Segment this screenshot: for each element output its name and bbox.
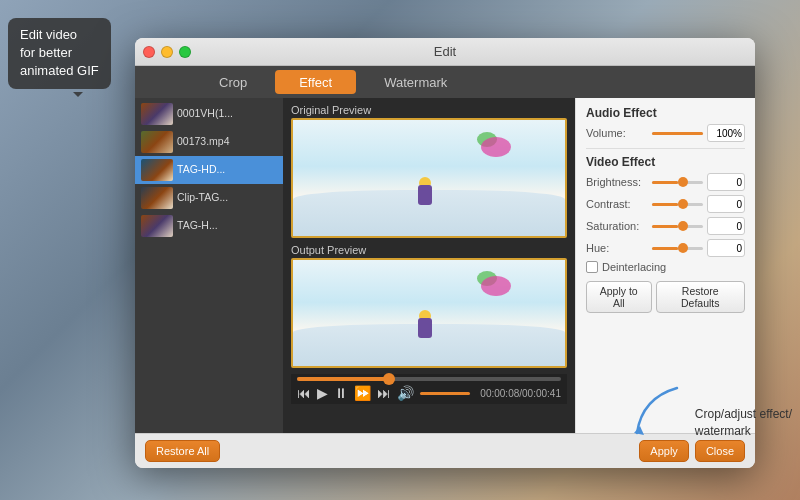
leaves-pink	[481, 137, 511, 157]
output-video-scene	[293, 260, 565, 366]
tooltip-line1: Edit video	[20, 27, 77, 42]
brightness-label: Brightness:	[586, 176, 648, 188]
tab-watermark[interactable]: Watermark	[360, 70, 471, 94]
preview-area: Original Preview Output Preview	[283, 98, 575, 433]
panel-bottom-buttons: Apply to All Restore Defaults	[586, 281, 745, 313]
output-cartoon-figure	[415, 310, 435, 340]
playback-bar: ⏮ ▶ ⏸ ⏩ ⏭ 🔊 00:00:08/00:00:41	[291, 374, 567, 404]
contrast-fill	[652, 203, 678, 206]
contrast-label: Contrast:	[586, 198, 648, 210]
contrast-input[interactable]	[707, 195, 745, 213]
hue-track[interactable]	[652, 247, 703, 250]
skip-start-button[interactable]: ⏮	[297, 385, 311, 401]
file-item-1[interactable]: 0001VH(1...	[135, 100, 283, 128]
saturation-input[interactable]	[707, 217, 745, 235]
fast-forward-button[interactable]: ⏩	[354, 385, 371, 401]
hue-fill	[652, 247, 678, 250]
divider-1	[586, 148, 745, 149]
minimize-window-button[interactable]	[161, 46, 173, 58]
file-thumbnail-5	[141, 215, 173, 237]
close-window-button[interactable]	[143, 46, 155, 58]
hue-thumb	[678, 243, 688, 253]
contrast-track[interactable]	[652, 203, 703, 206]
skip-end-button[interactable]: ⏭	[377, 385, 391, 401]
file-list-sidebar: 0001VH(1... 00173.mp4 TAG-HD... Clip-TAG…	[135, 98, 283, 433]
file-item-3[interactable]: TAG-HD...	[135, 156, 283, 184]
volume-input[interactable]	[707, 124, 745, 142]
output-preview-section: Output Preview	[291, 244, 567, 368]
output-figure-body	[418, 318, 432, 338]
svg-marker-0	[634, 426, 644, 435]
original-video-scene	[293, 120, 565, 236]
cartoon-figure	[415, 177, 435, 207]
file-item-2[interactable]: 00173.mp4	[135, 128, 283, 156]
hue-row: Hue:	[586, 239, 745, 257]
original-preview-video	[291, 118, 567, 238]
time-current: 00:00:08	[480, 388, 519, 399]
volume-label: Volume:	[586, 127, 648, 139]
output-preview-label: Output Preview	[291, 244, 567, 256]
tooltip-right-text: Crop/adjust effect/watermark	[695, 407, 792, 438]
tab-bar: Crop Effect Watermark	[135, 66, 755, 98]
file-name-4: Clip-TAG...	[177, 191, 228, 205]
deinterlacing-label: Deinterlacing	[602, 261, 666, 273]
tooltip-arrow-icon	[622, 378, 692, 448]
window-title: Edit	[434, 44, 456, 59]
deinterlacing-row: Deinterlacing	[586, 261, 745, 273]
file-name-1: 0001VH(1...	[177, 107, 233, 121]
file-thumbnail-4	[141, 187, 173, 209]
file-name-3: TAG-HD...	[177, 163, 225, 177]
volume-slider[interactable]	[420, 392, 470, 395]
file-item-4[interactable]: Clip-TAG...	[135, 184, 283, 212]
original-preview-section: Original Preview	[291, 104, 567, 238]
close-button[interactable]: Close	[695, 440, 745, 462]
progress-bar[interactable]	[297, 377, 561, 381]
original-preview-label: Original Preview	[291, 104, 567, 116]
brightness-row: Brightness:	[586, 173, 745, 191]
contrast-row: Contrast:	[586, 195, 745, 213]
saturation-row: Saturation:	[586, 217, 745, 235]
window-controls	[143, 46, 191, 58]
brightness-fill	[652, 181, 678, 184]
progress-fill	[297, 377, 389, 381]
contrast-thumb	[678, 199, 688, 209]
audio-effect-title: Audio Effect	[586, 106, 745, 120]
pause-button[interactable]: ⏸	[334, 385, 348, 401]
file-item-5[interactable]: TAG-H...	[135, 212, 283, 240]
saturation-track[interactable]	[652, 225, 703, 228]
output-leaves-pink	[481, 276, 511, 296]
file-thumbnail-3	[141, 159, 173, 181]
saturation-fill	[652, 225, 678, 228]
tooltip-line3: animated GIF	[20, 63, 99, 78]
apply-to-all-button[interactable]: Apply to All	[586, 281, 652, 313]
play-button[interactable]: ▶	[317, 385, 328, 401]
restore-all-button[interactable]: Restore All	[145, 440, 220, 462]
restore-defaults-button[interactable]: Restore Defaults	[656, 281, 746, 313]
tab-effect[interactable]: Effect	[275, 70, 356, 94]
controls-row: ⏮ ▶ ⏸ ⏩ ⏭ 🔊 00:00:08/00:00:41	[297, 385, 561, 401]
figure-body	[418, 185, 432, 205]
time-total: 00:00:41	[522, 388, 561, 399]
saturation-thumb	[678, 221, 688, 231]
progress-thumb[interactable]	[383, 373, 395, 385]
file-thumbnail-1	[141, 103, 173, 125]
deinterlacing-checkbox[interactable]	[586, 261, 598, 273]
brightness-thumb	[678, 177, 688, 187]
tooltip-line2: for better	[20, 45, 72, 60]
video-effect-title: Video Effect	[586, 155, 745, 169]
volume-icon[interactable]: 🔊	[397, 385, 414, 401]
hue-input[interactable]	[707, 239, 745, 257]
file-name-2: 00173.mp4	[177, 135, 230, 149]
output-preview-video	[291, 258, 567, 368]
volume-fill	[652, 132, 703, 135]
file-thumbnail-2	[141, 131, 173, 153]
tooltip-left: Edit video for better animated GIF	[8, 18, 111, 89]
tooltip-right: Crop/adjust effect/watermark	[695, 406, 792, 440]
maximize-window-button[interactable]	[179, 46, 191, 58]
volume-control-row: Volume:	[586, 124, 745, 142]
brightness-track[interactable]	[652, 181, 703, 184]
volume-track[interactable]	[652, 132, 703, 135]
tab-crop[interactable]: Crop	[195, 70, 271, 94]
brightness-input[interactable]	[707, 173, 745, 191]
file-name-5: TAG-H...	[177, 219, 218, 233]
